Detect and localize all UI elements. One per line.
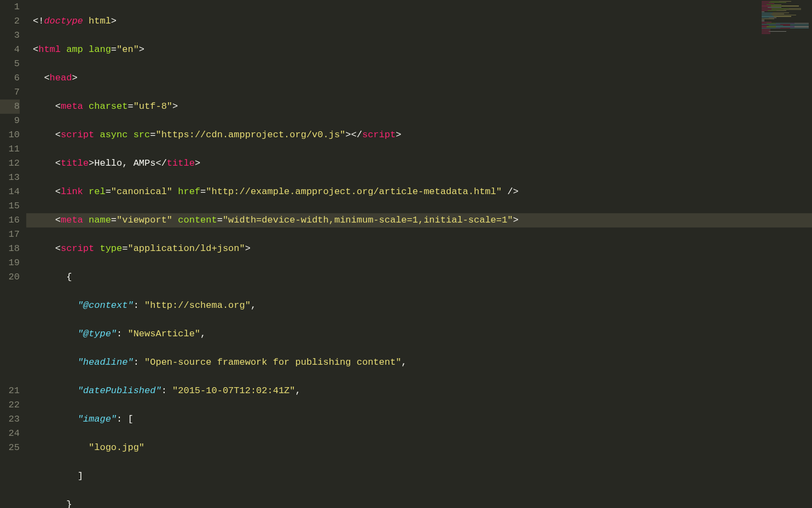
line-number: 12 (0, 156, 20, 171)
line-number: 8 (0, 100, 20, 114)
code-line[interactable]: { (26, 270, 812, 284)
line-number: 7 (0, 85, 20, 100)
code-line[interactable]: <script type="application/ld+json"> (26, 242, 812, 256)
line-number: 13 (0, 171, 20, 185)
line-number: 5 (0, 57, 20, 71)
code-line[interactable]: <html amp lang="en"> (26, 43, 812, 57)
line-number (0, 370, 20, 384)
code-line[interactable]: "logo.jpg" (26, 441, 812, 455)
line-number: 9 (0, 114, 20, 128)
line-number: 14 (0, 185, 20, 199)
line-number: 17 (0, 227, 20, 242)
line-number: 16 (0, 213, 20, 227)
code-line[interactable]: <!doctype html> (26, 14, 812, 28)
line-number (0, 341, 20, 355)
line-number: 6 (0, 71, 20, 85)
line-number: 1 (0, 0, 20, 14)
line-number: 3 (0, 28, 20, 43)
line-number: 23 (0, 412, 20, 427)
code-line[interactable]: "@context": "http://schema.org", (26, 299, 812, 313)
code-line[interactable]: <link rel="canonical" href="http://examp… (26, 185, 812, 199)
line-number: 20 (0, 270, 20, 284)
code-line[interactable]: <script async src="https://cdn.ampprojec… (26, 128, 812, 142)
line-number: 25 (0, 441, 20, 455)
line-number (0, 327, 20, 341)
code-line-active[interactable]: <meta name="viewport" content="width=dev… (26, 213, 812, 227)
line-number (0, 355, 20, 370)
line-number: 24 (0, 427, 20, 441)
code-line[interactable]: "image": [ (26, 412, 812, 427)
line-number: 2 (0, 14, 20, 28)
line-number: 22 (0, 398, 20, 412)
code-line[interactable]: <title>Hello, AMPs</title> (26, 156, 812, 171)
line-number: 19 (0, 256, 20, 270)
code-line[interactable]: } (26, 498, 812, 508)
line-number: 21 (0, 384, 20, 398)
code-line[interactable]: "@type": "NewsArticle", (26, 327, 812, 341)
code-editor[interactable]: 1 2 3 4 5 6 7 8 9 10 11 12 13 14 15 16 1… (0, 0, 812, 508)
code-line[interactable]: <head> (26, 71, 812, 85)
line-number: 18 (0, 242, 20, 256)
code-area[interactable]: <!doctype html> <html amp lang="en"> <he… (26, 0, 812, 508)
line-number: 10 (0, 128, 20, 142)
line-number: 4 (0, 43, 20, 57)
code-line[interactable]: <meta charset="utf-8"> (26, 100, 812, 114)
code-line[interactable]: "headline": "Open-source framework for p… (26, 355, 812, 370)
line-number: 11 (0, 142, 20, 156)
line-number (0, 299, 20, 313)
line-number (0, 313, 20, 327)
line-number: 15 (0, 199, 20, 213)
line-number (0, 284, 20, 299)
code-line[interactable]: "datePublished": "2015-10-07T12:02:41Z", (26, 384, 812, 398)
line-number-gutter: 1 2 3 4 5 6 7 8 9 10 11 12 13 14 15 16 1… (0, 0, 26, 508)
code-line[interactable]: ] (26, 469, 812, 483)
